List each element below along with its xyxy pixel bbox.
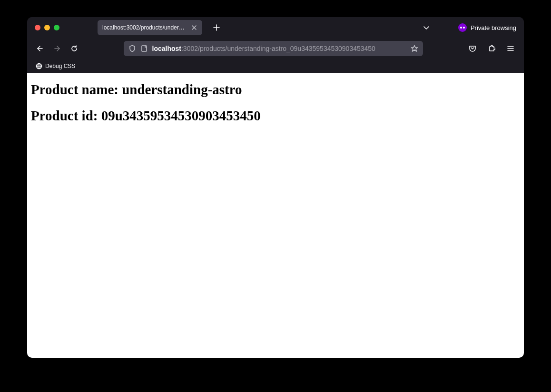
url-text: localhost:3002/products/understanding-as… [152, 45, 406, 52]
reload-button[interactable] [68, 42, 80, 55]
bookmarks-toolbar: Debug CSS [27, 59, 524, 73]
shield-icon[interactable] [128, 45, 136, 52]
product-name-heading: Product name: understanding-astro [31, 82, 520, 98]
private-mask-icon [458, 23, 467, 32]
app-menu-button[interactable] [504, 42, 517, 55]
browser-tab[interactable]: localhost:3002/products/understand [98, 20, 202, 35]
close-window-button[interactable] [35, 25, 40, 30]
plus-icon [213, 24, 220, 31]
address-bar[interactable]: localhost:3002/products/understanding-as… [124, 41, 423, 56]
new-tab-button[interactable] [210, 21, 223, 34]
svg-rect-6 [142, 46, 147, 51]
puzzle-icon [488, 45, 495, 52]
window-controls [35, 25, 59, 30]
bookmark-item-debug-css[interactable]: Debug CSS [34, 61, 77, 71]
save-to-pocket-button[interactable] [466, 42, 479, 55]
tab-title: localhost:3002/products/understand [102, 24, 187, 31]
arrow-left-icon [36, 45, 44, 52]
back-button[interactable] [34, 42, 46, 55]
navigation-toolbar: localhost:3002/products/understanding-as… [27, 38, 524, 59]
bookmark-star-button[interactable] [411, 45, 418, 52]
private-browsing-label: Private browsing [471, 24, 516, 31]
chevron-down-icon [423, 24, 430, 31]
tab-bar: localhost:3002/products/understand [27, 17, 524, 38]
close-icon [191, 25, 197, 30]
reload-icon [70, 45, 78, 52]
product-id-heading: Product id: 09u34359534530903453450 [31, 108, 520, 124]
arrow-right-icon [53, 45, 61, 52]
private-browsing-indicator: Private browsing [458, 23, 516, 32]
forward-button[interactable] [51, 42, 63, 55]
pocket-icon [469, 45, 476, 52]
browser-window: localhost:3002/products/understand [27, 17, 524, 358]
hamburger-icon [507, 45, 514, 52]
extensions-button[interactable] [485, 42, 498, 55]
minimize-window-button[interactable] [44, 25, 50, 30]
list-all-tabs-button[interactable] [421, 22, 432, 33]
star-icon [411, 45, 418, 52]
maximize-window-button[interactable] [54, 25, 59, 30]
page-content: Product name: understanding-astro Produc… [27, 73, 524, 358]
page-info-icon[interactable] [141, 45, 148, 52]
bookmark-label: Debug CSS [45, 63, 75, 69]
close-tab-button[interactable] [191, 24, 197, 31]
globe-icon [36, 63, 42, 69]
svg-marker-7 [412, 46, 418, 52]
